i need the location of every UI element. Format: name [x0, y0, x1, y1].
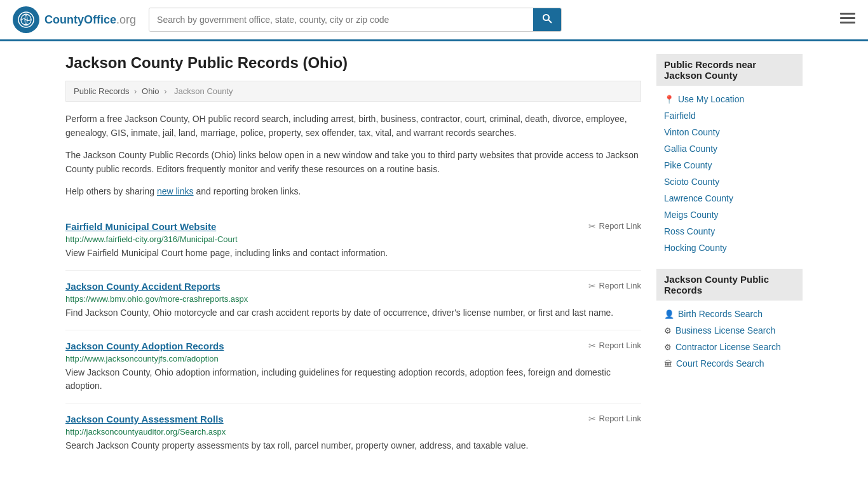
nearby-label-2: Vinton County [664, 127, 720, 137]
breadcrumb-current: Jackson County [174, 86, 233, 96]
record-url-0[interactable]: http://www.fairfield-city.org/316/Munici… [65, 234, 641, 244]
svg-rect-6 [840, 22, 855, 24]
header: CountyOffice.org [0, 0, 868, 41]
svg-rect-4 [840, 13, 855, 15]
nearby-item-8[interactable]: Ross County [656, 223, 803, 240]
nearby-label-5: Scioto County [664, 177, 719, 187]
sidebar-record-label-0: Birth Records Search [678, 309, 763, 319]
breadcrumb: Public Records › Ohio › Jackson County [65, 81, 641, 102]
report-link-0[interactable]: ✂ Report Link [588, 221, 641, 231]
nearby-item-3[interactable]: Gallia County [656, 140, 803, 157]
nearby-label-6: Lawrence County [664, 193, 733, 203]
report-link-2[interactable]: ✂ Report Link [588, 341, 641, 351]
sidebar-record-icon-1: ⚙ [664, 326, 672, 336]
records-section-title: Jackson County Public Records [656, 269, 803, 301]
record-title-1[interactable]: Jackson County Accident Reports [65, 281, 220, 292]
nearby-label-1: Fairfield [664, 111, 696, 121]
nearby-item-5[interactable]: Scioto County [656, 173, 803, 190]
sidebar-record-icon-2: ⚙ [664, 342, 672, 352]
search-input[interactable] [149, 8, 533, 31]
content-area: Jackson County Public Records (Ohio) Pub… [65, 54, 641, 463]
nearby-label-9: Hocking County [664, 243, 727, 253]
svg-rect-5 [840, 17, 855, 19]
sidebar-record-icon-3: 🏛 [664, 359, 672, 369]
nearby-item-2[interactable]: Vinton County [656, 124, 803, 140]
record-title-3[interactable]: Jackson County Assessment Rolls [65, 414, 224, 424]
new-links-link[interactable]: new links [157, 186, 194, 196]
description-main: Perform a free Jackson County, OH public… [65, 112, 641, 140]
page-title: Jackson County Public Records (Ohio) [65, 54, 641, 72]
logo-text: CountyOffice.org [44, 13, 136, 27]
record-desc-0: View Fairfield Municipal Court home page… [65, 247, 641, 260]
report-icon-3: ✂ [588, 414, 596, 424]
record-desc-3: Search Jackson County property assessmen… [65, 439, 641, 452]
breadcrumb-ohio[interactable]: Ohio [142, 86, 159, 96]
record-url-1[interactable]: https://www.bmv.ohio.gov/more-crashrepor… [65, 294, 641, 304]
record-url-3[interactable]: http://jacksoncountyauditor.org/Search.a… [65, 427, 641, 437]
nearby-icon-0: 📍 [664, 95, 674, 104]
main-container: Jackson County Public Records (Ohio) Pub… [53, 41, 815, 475]
records-list: Fairfield Municipal Court Website ✂ Repo… [65, 211, 641, 463]
record-url-2[interactable]: http://www.jacksoncountyjfs.com/adoption [65, 354, 641, 363]
logo-icon [13, 6, 39, 33]
description-secondary: The Jackson County Public Records (Ohio)… [65, 148, 641, 177]
sidebar: Public Records near Jackson County 📍Use … [656, 54, 803, 463]
report-link-3[interactable]: ✂ Report Link [588, 414, 641, 424]
logo[interactable]: CountyOffice.org [13, 6, 136, 33]
search-bar[interactable] [149, 8, 562, 32]
record-desc-2: View Jackson County, Ohio adoption infor… [65, 366, 641, 393]
report-icon-1: ✂ [588, 281, 596, 291]
svg-point-2 [543, 15, 549, 20]
record-item: Jackson County Accident Reports ✂ Report… [65, 271, 641, 330]
sidebar-record-item-0[interactable]: 👤Birth Records Search [656, 306, 803, 322]
sidebar-record-label-1: Business License Search [675, 325, 775, 336]
record-item: Fairfield Municipal Court Website ✂ Repo… [65, 211, 641, 271]
nearby-label-4: Pike County [664, 160, 712, 170]
sidebar-record-item-2[interactable]: ⚙Contractor License Search [656, 339, 803, 355]
sidebar-record-item-1[interactable]: ⚙Business License Search [656, 322, 803, 339]
nearby-item-9[interactable]: Hocking County [656, 240, 803, 256]
report-link-1[interactable]: ✂ Report Link [588, 281, 641, 291]
record-title-2[interactable]: Jackson County Adoption Records [65, 341, 224, 351]
nearby-label-3: Gallia County [664, 144, 717, 154]
menu-icon[interactable] [840, 11, 855, 28]
nearby-item-7[interactable]: Meigs County [656, 207, 803, 223]
svg-line-3 [548, 20, 552, 23]
nearby-section: Public Records near Jackson County 📍Use … [656, 54, 803, 256]
record-item: Jackson County Adoption Records ✂ Report… [65, 330, 641, 403]
nearby-item-1[interactable]: Fairfield [656, 107, 803, 124]
nearby-label-8: Ross County [664, 226, 715, 236]
record-title-0[interactable]: Fairfield Municipal Court Website [65, 221, 216, 232]
record-item: Jackson County Assessment Rolls ✂ Report… [65, 403, 641, 463]
records-section: Jackson County Public Records 👤Birth Rec… [656, 269, 803, 372]
nearby-item-6[interactable]: Lawrence County [656, 190, 803, 207]
nearby-item-4[interactable]: Pike County [656, 157, 803, 173]
sidebar-record-label-2: Contractor License Search [675, 342, 781, 352]
report-icon-0: ✂ [588, 221, 596, 231]
nearby-title: Public Records near Jackson County [656, 54, 803, 86]
report-icon-2: ✂ [588, 341, 596, 351]
description-links: Help others by sharing new links and rep… [65, 184, 641, 198]
nearby-label-0: Use My Location [678, 94, 744, 104]
breadcrumb-public-records[interactable]: Public Records [74, 86, 129, 96]
record-desc-1: Find Jackson County, Ohio motorcycle and… [65, 306, 641, 320]
sidebar-record-icon-0: 👤 [664, 309, 674, 319]
sidebar-record-label-3: Court Records Search [676, 358, 764, 369]
nearby-item-0[interactable]: 📍Use My Location [656, 91, 803, 107]
nearby-label-7: Meigs County [664, 210, 719, 220]
sidebar-record-item-3[interactable]: 🏛Court Records Search [656, 355, 803, 372]
search-button[interactable] [533, 8, 561, 31]
